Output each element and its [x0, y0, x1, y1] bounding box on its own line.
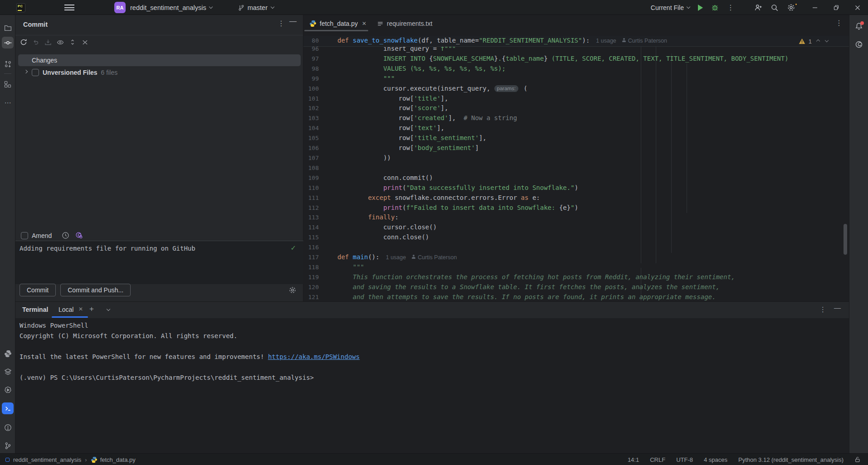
commit-panel-options-button[interactable]: ⋮: [278, 19, 285, 28]
line-number[interactable]: 107: [303, 153, 319, 163]
usages-inlay[interactable]: 1 usage: [596, 38, 616, 44]
rollback-button[interactable]: [32, 39, 39, 46]
line-number[interactable]: 118: [303, 262, 319, 272]
unversioned-checkbox[interactable]: [32, 69, 39, 76]
tool-terminal-button[interactable]: [2, 402, 14, 414]
editor-scrollbar[interactable]: [844, 224, 847, 255]
project-avatar[interactable]: RA: [114, 2, 126, 13]
project-window-icon[interactable]: [5, 458, 10, 462]
commit-and-push-button[interactable]: Commit and Push...: [60, 284, 131, 296]
debug-button[interactable]: [707, 0, 723, 15]
code-line[interactable]: 112 print(f"Failed to insert data into S…: [303, 203, 849, 213]
tool-services-button[interactable]: [0, 384, 15, 396]
terminal-tab-close-icon[interactable]: ✕: [78, 306, 83, 312]
next-problem-icon[interactable]: [825, 39, 829, 42]
project-selector[interactable]: reddit_sentiment_analysis: [130, 4, 206, 11]
line-number[interactable]: 101: [303, 94, 319, 104]
commit-panel-hide-button[interactable]: —: [289, 17, 297, 25]
author-inlay[interactable]: Curtis Paterson: [628, 38, 667, 44]
line-number[interactable]: 113: [303, 213, 319, 223]
amend-checkbox[interactable]: [21, 232, 28, 239]
line-number[interactable]: 108: [303, 163, 319, 173]
inspection-widget[interactable]: 1: [799, 37, 828, 46]
prev-problem-icon[interactable]: [816, 39, 820, 43]
code-line[interactable]: 99 """: [303, 74, 849, 84]
indent-setting[interactable]: 4 spaces: [704, 456, 727, 463]
branch-selector[interactable]: master: [226, 4, 274, 11]
code-line[interactable]: 111 except snowflake.connector.errors.Er…: [303, 193, 849, 203]
line-number[interactable]: 121: [303, 292, 319, 301]
code-line[interactable]: 101 row['title'],: [303, 94, 849, 104]
code-line[interactable]: 104 row['text'],: [303, 123, 849, 133]
code-line[interactable]: 97 INSERT INTO {SNOWFLAKE_SCHEMA}.{table…: [303, 54, 849, 64]
terminal-tab-local[interactable]: Local: [59, 306, 73, 313]
settings-button[interactable]: [783, 0, 800, 15]
tool-project-button[interactable]: [0, 22, 15, 34]
code-line[interactable]: 100 cursor.execute(insert_query, params:…: [303, 84, 849, 94]
tool-python-console-button[interactable]: [0, 348, 15, 359]
tool-commit-button[interactable]: [2, 37, 14, 48]
terminal-options-chevron[interactable]: [107, 307, 110, 311]
commit-options-gear-button[interactable]: [288, 286, 297, 294]
terminal-more-button[interactable]: ⋮: [819, 305, 826, 314]
code-line[interactable]: 109 conn.commit(): [303, 173, 849, 183]
shelve-button[interactable]: [44, 39, 52, 46]
line-number[interactable]: 119: [303, 272, 319, 282]
breadcrumb-project[interactable]: reddit_sentiment_analysis: [13, 456, 81, 463]
line-number[interactable]: 109: [303, 173, 319, 183]
breadcrumb-file[interactable]: fetch_data.py: [100, 456, 136, 463]
new-terminal-button[interactable]: +: [89, 305, 94, 314]
caret-position[interactable]: 14:1: [628, 456, 639, 463]
run-config-selector[interactable]: Current File: [647, 0, 694, 15]
line-number[interactable]: 105: [303, 133, 319, 143]
code-line[interactable]: 103 row['created'], # Now a string: [303, 113, 849, 123]
more-actions-button[interactable]: ⋮: [723, 0, 738, 15]
collapse-all-button[interactable]: [81, 39, 88, 46]
code-line[interactable]: 116: [303, 242, 849, 252]
code-with-me-button[interactable]: [750, 0, 766, 15]
code-line[interactable]: 114 cursor.close(): [303, 223, 849, 232]
sticky-line[interactable]: 80def save_to_snowflake(df, table_name="…: [303, 36, 849, 47]
code-line[interactable]: 102 row['score'],: [303, 103, 849, 113]
python-interpreter[interactable]: Python 3.12 (reddit_sentiment_analysis): [738, 456, 844, 463]
minimize-button[interactable]: [804, 0, 825, 15]
changes-group-row[interactable]: Changes: [18, 54, 301, 66]
line-number[interactable]: 99: [303, 74, 319, 84]
run-button[interactable]: [694, 0, 707, 15]
code-line[interactable]: 80def save_to_snowflake(df, table_name="…: [303, 36, 849, 46]
tool-git-button[interactable]: [0, 440, 15, 451]
code-line[interactable]: 110 print("Data successfully inserted in…: [303, 183, 849, 193]
main-menu-icon[interactable]: [64, 5, 74, 10]
line-number[interactable]: 120: [303, 282, 319, 292]
line-number[interactable]: 117: [303, 252, 319, 262]
terminal-hide-button[interactable]: —: [834, 304, 841, 311]
tool-structure-button[interactable]: [0, 78, 15, 90]
unlock-icon[interactable]: [854, 456, 861, 463]
code-line[interactable]: 108: [303, 163, 849, 173]
line-number[interactable]: 98: [303, 64, 319, 74]
restore-button[interactable]: [825, 0, 847, 15]
commit-button[interactable]: Commit: [20, 284, 56, 296]
commit-message-box[interactable]: Adding requirements file for running on …: [15, 241, 303, 284]
code-line[interactable]: 117def main():1 usageCurtis Paterson: [303, 252, 849, 262]
refresh-button[interactable]: [20, 39, 27, 46]
line-number[interactable]: 112: [303, 203, 319, 213]
ai-commit-message-icon[interactable]: [75, 232, 83, 239]
pycharm-logo-icon[interactable]: PC: [16, 3, 25, 12]
line-number[interactable]: 100: [303, 84, 319, 94]
notifications-button[interactable]: [849, 20, 868, 32]
tab-close-icon[interactable]: ✕: [362, 20, 366, 27]
tab-requirements[interactable]: requirements.txt: [371, 15, 439, 32]
line-number[interactable]: 114: [303, 223, 319, 232]
file-encoding[interactable]: UTF-8: [676, 456, 693, 463]
expand-collapse-button[interactable]: [69, 39, 76, 46]
terminal-output[interactable]: Windows PowerShellCopyright (C) Microsof…: [20, 320, 360, 383]
line-number[interactable]: 116: [303, 242, 319, 252]
code-line[interactable]: 120 and saving the results to a Snowflak…: [303, 282, 849, 292]
code-line[interactable]: 107 )): [303, 153, 849, 163]
history-clock-icon[interactable]: [62, 232, 69, 239]
code-line[interactable]: 98 VALUES (%s, %s, %s, %s, %s, %s);: [303, 64, 849, 74]
line-number[interactable]: 104: [303, 123, 319, 133]
search-everywhere-button[interactable]: [766, 0, 783, 15]
line-number[interactable]: 102: [303, 103, 319, 113]
